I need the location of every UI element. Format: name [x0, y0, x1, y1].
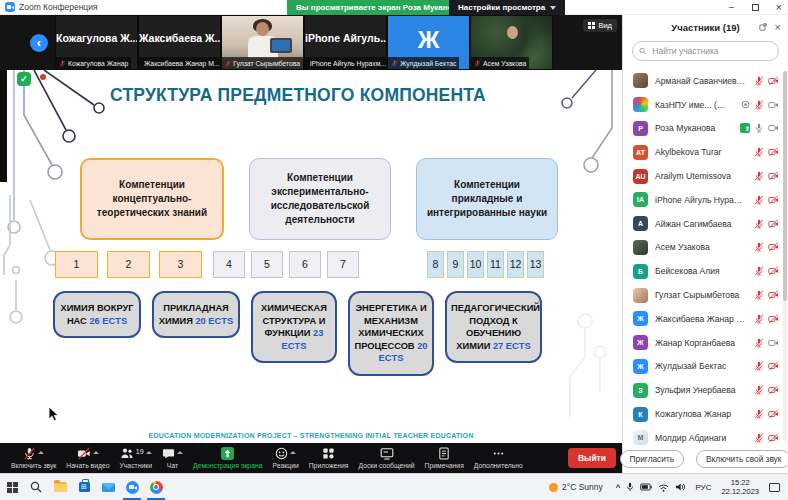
language-indicator[interactable]: РУС — [691, 483, 715, 492]
participant-name: Гулзат Сырымбетова — [655, 290, 746, 300]
shared-screen-slide: ✓ СТРУКТУРА ПРЕДМЕТНОГО КОМПОНЕНТА Компе… — [0, 70, 622, 443]
toolbar-notes-button[interactable]: Примечания — [420, 447, 469, 469]
view-settings-button[interactable]: Настройки просмотра — [449, 0, 565, 15]
close-button[interactable]: × — [776, 2, 782, 13]
participant-name: Жаксибаева Жанар Муратовна — [655, 314, 746, 324]
video-tile[interactable]: Кожагулова Ж... Кожагулова Жанар — [55, 15, 138, 70]
mail-button[interactable] — [96, 474, 120, 500]
zoom-taskbar-button[interactable] — [120, 474, 144, 500]
video-tile[interactable]: Асем Узакова — [470, 15, 553, 70]
microsoft-store-button[interactable] — [72, 474, 96, 500]
video-tile[interactable]: Ж Жулдызай Бектас — [387, 15, 470, 70]
participant-row[interactable]: Ж Жаксибаева Жанар Муратовна — [623, 307, 788, 331]
battery-icon[interactable] — [640, 483, 652, 491]
start-button[interactable] — [0, 474, 24, 500]
toolbar-apps-button[interactable]: Приложения — [304, 447, 354, 469]
participant-avatar: IA — [633, 192, 648, 207]
mic-status-icon — [754, 171, 764, 181]
more-ellipsis-icon — [492, 447, 505, 460]
toolbar-more-button[interactable]: Дополнительно — [469, 447, 528, 469]
taskbar-weather[interactable]: 2°C Sunny — [541, 482, 611, 492]
video-tile[interactable]: iPhone Айгуль... iPhone Айгуль Нурахм... — [304, 15, 387, 70]
participant-avatar: Ж — [633, 359, 648, 374]
camera-off-icon — [77, 447, 91, 460]
file-explorer-button[interactable] — [48, 474, 72, 500]
search-input[interactable] — [650, 45, 772, 57]
course-number-chip: 1 — [55, 251, 98, 278]
unmute-self-button[interactable]: Включить свой звук — [696, 450, 788, 468]
participant-row[interactable]: AU Arailym Utemissova — [623, 164, 788, 188]
taskbar-clock[interactable]: 15:22 22.12.2023 — [715, 478, 765, 497]
mic-muted-icon — [23, 447, 36, 460]
participant-row[interactable]: AT Akylbekova Turar — [623, 140, 788, 164]
speaker-icon[interactable] — [675, 482, 686, 492]
invite-button[interactable]: Пригласить — [620, 450, 684, 468]
muted-mic-icon — [474, 60, 481, 67]
participant-row[interactable]: IA iPhone Айгуль Нурахметова — [623, 188, 788, 212]
view-layout-button[interactable]: Вид — [583, 19, 617, 32]
participant-row[interactable]: К Кожагулова Жанар — [623, 402, 788, 426]
network-icon[interactable] — [658, 483, 669, 492]
tile-name-label: Жулдызай Бектас — [400, 60, 456, 67]
participant-row[interactable]: Арманай Саванчиева (Я) — [623, 69, 788, 93]
chevron-down-icon — [550, 6, 556, 10]
panel-scrollbar[interactable] — [783, 71, 787, 441]
close-panel-icon[interactable]: × — [775, 21, 781, 33]
chevron-up-icon[interactable] — [38, 451, 44, 454]
date: 22.12.2023 — [721, 487, 759, 496]
sun-icon — [549, 483, 558, 492]
chrome-taskbar-button[interactable] — [144, 474, 168, 500]
participant-row[interactable]: Гулзат Сырымбетова — [623, 283, 788, 307]
participants-count: 19 — [136, 448, 144, 455]
participant-name: Айжан Сагимбаева — [655, 219, 746, 229]
tray-mic-icon[interactable] — [626, 482, 634, 492]
participants-panel-header: Участники (19) × — [623, 15, 788, 39]
taskbar-search-button[interactable] — [24, 474, 48, 500]
time: 15:22 — [721, 478, 759, 487]
course-number-chip: 9 — [447, 251, 464, 278]
chevron-up-icon[interactable] — [93, 451, 99, 454]
toolbar-chat-button[interactable]: Чат — [157, 447, 188, 469]
participant-row[interactable]: P Роза Муканова — [623, 117, 788, 141]
minimize-button[interactable]: − — [729, 3, 735, 13]
toolbar-video-button[interactable]: Начать видео — [61, 447, 114, 469]
participant-name: Бейсекова Алия — [655, 266, 746, 276]
zoom-app-window: Zoom Конференция Вы просматриваете экран… — [0, 0, 788, 500]
camera-status-icon — [768, 338, 779, 348]
maximize-button[interactable] — [752, 4, 759, 11]
leave-meeting-button[interactable]: Выйти — [568, 448, 616, 468]
action-center-icon[interactable] — [769, 483, 780, 492]
participant-row[interactable]: З Зульфия Унербаева — [623, 378, 788, 402]
popout-panel-icon[interactable] — [759, 23, 767, 31]
toolbar-mute-button[interactable]: Включить звук — [6, 447, 61, 469]
chevron-up-icon[interactable] — [177, 451, 183, 454]
participant-avatar: AT — [633, 145, 648, 160]
chevron-up-icon[interactable] — [290, 451, 296, 454]
toolbar-reactions-button[interactable]: Реакции — [267, 447, 303, 469]
participant-name: Зульфия Унербаева — [655, 385, 746, 395]
hidden-icons-chevron[interactable]: ^ — [616, 483, 621, 492]
collapse-thumbnails-button[interactable]: ‹ — [30, 34, 48, 52]
participant-row[interactable]: КазНПУ име... (Организатор) — [623, 93, 788, 117]
participant-row[interactable]: A Айжан Сагимбаева — [623, 212, 788, 236]
toolbar-participants-button[interactable]: 19 Участники — [115, 447, 157, 469]
toolbar-whiteboards-button[interactable]: Доски сообщений — [354, 447, 420, 469]
toolbar-share-button[interactable]: Демонстрация экрана — [188, 447, 267, 469]
participant-row[interactable]: Асем Узакова — [623, 236, 788, 260]
camera-status-icon — [768, 314, 779, 324]
participant-row[interactable]: Ж Жулдызай Бектас — [623, 355, 788, 379]
video-tile[interactable]: Гулзат Сырымбетова — [221, 15, 304, 70]
course-chips-group-1: 123 — [55, 251, 202, 278]
module-box: ХИМИЧЕСКАЯ СТРУКТУРА И ФУНКЦИИ 23 ECTS — [251, 291, 337, 363]
video-tile[interactable]: Жаксибаева Ж... Жаксибаева Жанар М... — [138, 15, 221, 70]
mic-status-icon — [754, 361, 764, 371]
chevron-up-icon[interactable] — [146, 451, 152, 454]
muted-mic-icon — [391, 60, 398, 67]
windows-taskbar: 2°C Sunny ^ РУС 15:22 22.12.2023 — [0, 473, 788, 500]
participant-row[interactable]: Б Бейсекова Алия — [623, 259, 788, 283]
participant-row[interactable]: Ж Жанар Корганбаева — [623, 331, 788, 355]
participant-avatar — [633, 288, 648, 303]
participant-row[interactable]: М Молдир Абдинаги — [623, 426, 788, 445]
grid-view-icon — [588, 22, 595, 29]
participant-search-box[interactable] — [632, 41, 779, 61]
